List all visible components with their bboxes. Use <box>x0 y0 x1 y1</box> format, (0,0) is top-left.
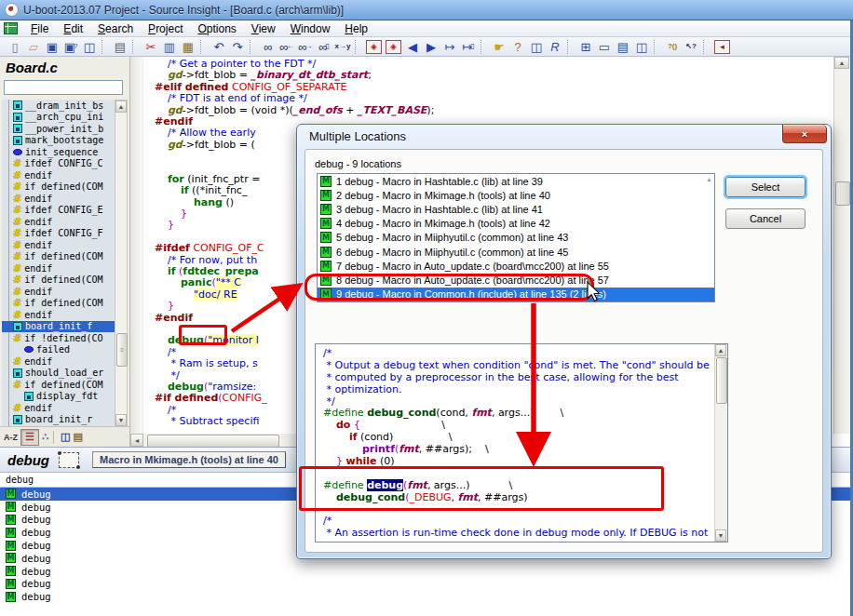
clip-window-icon[interactable]: ◂ <box>714 40 730 54</box>
menu-options[interactable]: Options <box>190 21 243 36</box>
symbol-item-endif[interactable]: #endif <box>2 216 115 228</box>
symbol-location-label[interactable]: Macro in Mkimage.h (tools) at line 40 <box>92 451 286 468</box>
symbol-item-if-defined-com[interactable]: #if defined(COM <box>2 298 115 310</box>
symbol-item-ifdef-config_f[interactable]: #ifdef CONFIG_F <box>2 228 115 240</box>
paste-icon[interactable]: ▦ <box>179 38 197 55</box>
bookmark-set-icon[interactable]: ◈ <box>366 40 382 54</box>
scroll-up-icon[interactable]: ▲ <box>115 100 127 113</box>
symbol-item-board_init_r[interactable]: board_init_r <box>2 414 115 426</box>
save-all-icon[interactable]: ◫ <box>80 38 99 55</box>
replace-icon[interactable]: x→y <box>333 38 352 55</box>
symbol-item-init_sequence[interactable]: init_sequence <box>2 146 115 158</box>
symbol-item-__power_init_b[interactable]: __power_init_b <box>2 123 115 135</box>
location-item-2[interactable]: M2 debug - Macro in Mkimage.h (tools) at… <box>318 188 714 202</box>
symbol-item-endif[interactable]: #endif <box>2 193 115 205</box>
editor-vertical-scrollbar[interactable]: ▲ <box>833 57 850 434</box>
symbol-types-button[interactable]: ∴ <box>42 430 48 445</box>
find-icon[interactable]: ∞ <box>259 38 278 55</box>
open-file-icon[interactable]: ▱ <box>24 38 43 55</box>
symbol-item-failed[interactable]: failed <box>2 344 115 356</box>
save-as-icon[interactable]: ▣? <box>61 38 80 55</box>
symbol-list-scrollbar[interactable]: ▲ ≡ ▼ <box>115 100 128 427</box>
location-item-1[interactable]: M1 debug - Macro in Hashtable.c (lib) at… <box>318 174 714 188</box>
menu-view[interactable]: View <box>244 21 283 36</box>
location-item-3[interactable]: M3 debug - Macro in Hashtable.c (lib) at… <box>318 202 714 216</box>
menu-edit[interactable]: Edit <box>56 21 90 36</box>
browse-button[interactable]: ◫ <box>61 430 70 445</box>
symbol-item-__arch_cpu_ini[interactable]: __arch_cpu_ini <box>2 112 115 124</box>
cancel-button[interactable]: Cancel <box>725 208 806 229</box>
menu-project[interactable]: Project <box>141 21 190 36</box>
symbol-item-if-defined-co[interactable]: #if !defined(CO <box>2 332 115 344</box>
menu-help[interactable]: Help <box>337 21 375 36</box>
bookmark-go-icon[interactable]: ◈ <box>386 40 401 54</box>
pointer-help-icon[interactable]: ↖? <box>682 38 700 55</box>
window-split-icon[interactable]: ⊞ <box>576 38 595 55</box>
symbol-item-endif[interactable]: #endif <box>2 169 115 181</box>
preview-scrollbar[interactable]: ▲ ▼ <box>714 344 727 542</box>
scroll-down-icon[interactable]: ▼ <box>715 529 726 542</box>
symbol-item-endif[interactable]: #endif <box>2 402 115 414</box>
result-item-7[interactable]: Mdebug <box>0 565 850 578</box>
scrollbar-thumb[interactable] <box>716 357 727 404</box>
window-full-icon[interactable]: ▭ <box>595 38 614 55</box>
menu-window[interactable]: Window <box>283 21 338 36</box>
relation-window-icon[interactable]: R <box>546 38 564 55</box>
symbol-item-endif[interactable]: #endif <box>2 309 115 321</box>
symbol-item-if-defined-com[interactable]: #if defined(COM <box>2 379 115 391</box>
select-button[interactable]: Select <box>725 177 806 197</box>
symbol-item-ifdef-config_e[interactable]: #ifdef CONFIG_E <box>2 205 115 217</box>
location-item-8[interactable]: M8 debug - Macro in Auto_update.c (board… <box>318 273 714 287</box>
window-cascade-icon[interactable]: ◫ <box>632 38 651 55</box>
undo-icon[interactable]: ↶ <box>210 38 228 55</box>
symbol-item-__dram_init_bs[interactable]: __dram_init_bs <box>2 100 115 112</box>
properties-button[interactable]: ▤ <box>73 430 82 445</box>
find-in-files-icon[interactable]: ∞▯ <box>315 38 333 55</box>
scrollbar-thumb[interactable] <box>147 435 279 448</box>
scroll-up-icon[interactable]: ▲ <box>715 344 726 356</box>
jump-to-definition-icon[interactable]: ↦ <box>440 38 459 55</box>
find-next-icon[interactable]: ∞→ <box>296 38 315 55</box>
symbol-item-display_fdt[interactable]: display_fdt <box>2 391 115 403</box>
window-horizontal-icon[interactable]: ▤ <box>614 38 632 55</box>
relation-graph-icon[interactable] <box>59 452 79 468</box>
jump-to-reference-icon[interactable]: ↦▯ <box>459 38 478 55</box>
symbol-info-icon[interactable]: ? <box>508 38 527 55</box>
title-bar[interactable]: U-boot-2013.07 Project - Source Insight … <box>0 0 853 20</box>
scroll-down-icon[interactable]: ▼ <box>115 414 127 426</box>
symbol-item-endif[interactable]: #endif <box>2 355 115 368</box>
location-item-9[interactable]: M9 debug - Macro in Common.h (include) a… <box>318 288 714 301</box>
close-button[interactable]: × <box>782 125 827 143</box>
symbol-item-board_init_f[interactable]: board_init_f <box>2 321 115 333</box>
scrollbar-thumb[interactable]: ≡ <box>116 333 128 367</box>
location-item-4[interactable]: M4 debug - Macro in Mkimage.h (tools) at… <box>318 217 714 231</box>
locations-list[interactable]: ▲ M1 debug - Macro in Hashtable.c (lib) … <box>317 173 715 302</box>
location-item-5[interactable]: M5 debug - Macro in Miiphyutil.c (common… <box>318 231 714 245</box>
save-icon[interactable]: ▣ <box>43 38 61 55</box>
new-file-icon[interactable]: ▯ <box>6 38 24 55</box>
symbol-item-if-defined-com[interactable]: #if defined(COM <box>2 275 115 287</box>
symbol-item-mark_bootstage[interactable]: mark_bootstage <box>2 135 115 147</box>
symbol-list[interactable]: __dram_init_bs__arch_cpu_ini__power_init… <box>2 100 115 427</box>
copy-icon[interactable]: ▥ <box>160 38 179 55</box>
browse-files-icon[interactable]: ◫ <box>527 38 546 55</box>
symbol-filter-input[interactable] <box>4 80 123 95</box>
menu-file[interactable]: File <box>23 21 56 36</box>
print-icon[interactable]: ▤ <box>111 38 129 55</box>
redo-icon[interactable]: ↷ <box>228 38 247 55</box>
scroll-up-icon[interactable]: ▲ <box>834 57 849 69</box>
location-item-6[interactable]: M6 debug - Macro in Miiphyutil.c (common… <box>318 245 714 259</box>
result-item-8[interactable]: Mdebug <box>0 578 850 591</box>
editor-horizontal-scrollbar[interactable]: ◄ <box>130 434 296 447</box>
symbol-item-if-defined-com[interactable]: #if defined(COM <box>2 181 115 194</box>
code-preview-pane[interactable]: /* * Output a debug text when condition … <box>315 343 728 542</box>
sort-alpha-button[interactable]: A-Z <box>4 430 18 445</box>
symbol-item-ifdef-config_c[interactable]: #ifdef CONFIG_C <box>2 158 115 170</box>
menu-search[interactable]: Search <box>90 21 141 36</box>
go-back-icon[interactable]: ◀ <box>403 38 422 55</box>
context-help-icon[interactable]: ?() <box>663 38 682 55</box>
symbol-item-endif[interactable]: #endif <box>2 286 115 298</box>
scroll-up-icon[interactable]: ▲ <box>706 176 712 182</box>
find-previous-icon[interactable]: ∞← <box>278 38 296 55</box>
browse-symbol-icon[interactable]: ☛ <box>490 38 508 55</box>
